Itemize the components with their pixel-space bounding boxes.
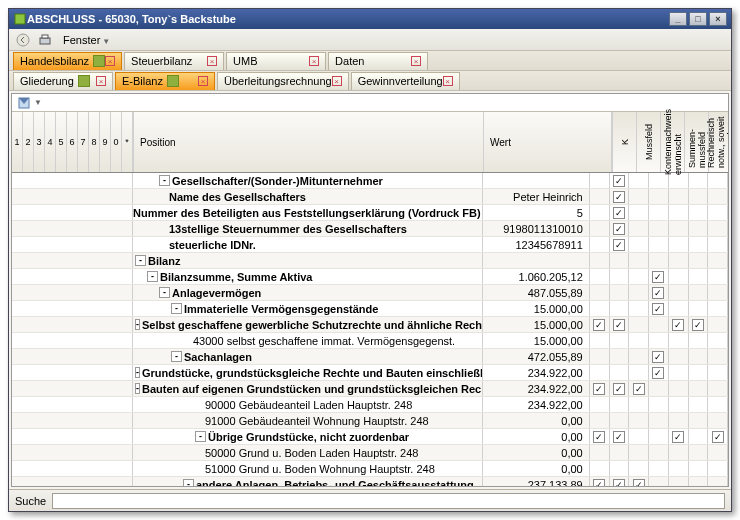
- tab-close-icon[interactable]: ×: [198, 76, 208, 86]
- tab-close-icon[interactable]: ×: [309, 56, 319, 66]
- table-row[interactable]: -Grundstücke, grundstücksgleiche Rechte …: [12, 365, 728, 381]
- chk-muss: [610, 253, 630, 268]
- expand-icon[interactable]: -: [171, 351, 182, 362]
- chevron-down-icon[interactable]: ▼: [34, 98, 42, 107]
- chk-rechner: [669, 237, 689, 252]
- close-button[interactable]: ×: [709, 12, 727, 26]
- wert-cell: 15.000,00: [483, 317, 590, 332]
- chk-k: [590, 205, 610, 220]
- table-row[interactable]: 50000 Grund u. Boden Laden Hauptstr. 248…: [12, 445, 728, 461]
- table-row[interactable]: -Immaterielle Vermögensgegenstände15.000…: [12, 301, 728, 317]
- position-text: 50000 Grund u. Boden Laden Hauptstr. 248: [205, 447, 418, 459]
- minimize-button[interactable]: _: [669, 12, 687, 26]
- chk-rechner: [669, 349, 689, 364]
- num-col-0[interactable]: 0: [111, 112, 122, 172]
- num-col-5[interactable]: 5: [56, 112, 67, 172]
- table-row[interactable]: -andere Anlagen, Betriebs- und Geschäfts…: [12, 477, 728, 486]
- expand-icon[interactable]: -: [135, 319, 140, 330]
- expand-icon[interactable]: -: [171, 303, 182, 314]
- table-row[interactable]: 13stellige Steuernummer des Gesellschaft…: [12, 221, 728, 237]
- table-row[interactable]: -Bilanz: [12, 253, 728, 269]
- tab-label: Überleitungsrechnung: [224, 75, 332, 87]
- num-col-4[interactable]: 4: [45, 112, 56, 172]
- tab-close-icon[interactable]: ×: [96, 76, 106, 86]
- expand-icon[interactable]: -: [135, 255, 146, 266]
- chk-steuerl: [689, 429, 709, 444]
- col-k[interactable]: K: [612, 112, 636, 172]
- col-kontennachweis[interactable]: Kontennachweis erwünscht: [660, 112, 684, 172]
- position-text: Nummer des Beteiligten aus Feststellungs…: [133, 207, 481, 219]
- table-row[interactable]: Name des GesellschaftersPeter Heinrich✓: [12, 189, 728, 205]
- table-row[interactable]: steuerliche IDNr.12345678911✓: [12, 237, 728, 253]
- chk-rechner: [669, 285, 689, 300]
- table-row[interactable]: -Gesellschafter/(Sonder-)Mitunternehmer✓: [12, 173, 728, 189]
- col-wert[interactable]: Wert: [484, 112, 612, 172]
- table-row[interactable]: -Sachanlagen472.055,89✓: [12, 349, 728, 365]
- pin-icon[interactable]: [78, 75, 90, 87]
- num-col-7[interactable]: 7: [78, 112, 89, 172]
- grid-body[interactable]: -Gesellschafter/(Sonder-)Mitunternehmer✓…: [12, 173, 728, 486]
- num-col-8[interactable]: 8: [89, 112, 100, 172]
- checkmark-icon: ✓: [672, 319, 684, 331]
- tab-gliederung[interactable]: Gliederung×: [13, 72, 113, 90]
- tab-close-icon[interactable]: ×: [207, 56, 217, 66]
- tab-label: Gliederung: [20, 75, 74, 87]
- tab-handelsbilanz[interactable]: Handelsbilanz×: [13, 52, 122, 70]
- expand-icon[interactable]: -: [135, 367, 140, 378]
- nav-back-icon[interactable]: [15, 32, 31, 48]
- tab-close-icon[interactable]: ×: [411, 56, 421, 66]
- chk-steuerl: [689, 397, 709, 412]
- col-summenmussfeld[interactable]: Summen- mussfeld: [684, 112, 708, 172]
- tab-steuerbilanz[interactable]: Steuerbilanz×: [124, 52, 224, 70]
- maximize-button[interactable]: □: [689, 12, 707, 26]
- num-col-6[interactable]: 6: [67, 112, 78, 172]
- table-row[interactable]: Nummer des Beteiligten aus Feststellungs…: [12, 205, 728, 221]
- chk-auffang: [708, 285, 728, 300]
- chk-muss: ✓: [610, 205, 630, 220]
- tab-close-icon[interactable]: ×: [105, 56, 115, 66]
- table-row[interactable]: 51000 Grund u. Boden Wohnung Hauptstr. 2…: [12, 461, 728, 477]
- table-row[interactable]: -Selbst geschaffene gewerbliche Schutzre…: [12, 317, 728, 333]
- tab-umb[interactable]: UMB×: [226, 52, 326, 70]
- table-row[interactable]: 91000 Gebäudeanteil Wohnung Hauptstr. 24…: [12, 413, 728, 429]
- table-row[interactable]: 43000 selbst geschaffene immat. Vermögen…: [12, 333, 728, 349]
- tab-e-bilanz[interactable]: E-Bilanz×: [115, 72, 215, 90]
- col-mussfeld[interactable]: Mussfeld: [636, 112, 660, 172]
- grid-container: ▼ 1234567890* Position Wert K Mussfeld K…: [11, 93, 729, 487]
- table-row[interactable]: -Übrige Grundstücke, nicht zuordenbar0,0…: [12, 429, 728, 445]
- chk-k: [590, 301, 610, 316]
- chk-k: [590, 397, 610, 412]
- col-position[interactable]: Position: [134, 112, 484, 172]
- num-col-9[interactable]: 9: [100, 112, 111, 172]
- expand-icon[interactable]: -: [159, 175, 170, 186]
- expand-icon[interactable]: -: [135, 383, 140, 394]
- table-row[interactable]: 90000 Gebäudeanteil Laden Hauptstr. 2482…: [12, 397, 728, 413]
- tab-gewinnverteilung[interactable]: Gewinnverteilung×: [351, 72, 460, 90]
- table-row[interactable]: -Anlagevermögen487.055,89✓: [12, 285, 728, 301]
- chk-steuerl: [689, 221, 709, 236]
- num-col-1[interactable]: 1: [12, 112, 23, 172]
- col-rechnerisch[interactable]: Rechnerisch notw., soweit erwünscht: [708, 112, 729, 172]
- search-input[interactable]: [52, 493, 725, 509]
- expand-icon[interactable]: -: [147, 271, 158, 282]
- expand-icon[interactable]: -: [195, 431, 206, 442]
- pin-icon[interactable]: [93, 55, 105, 67]
- tab-close-icon[interactable]: ×: [443, 76, 453, 86]
- checkmark-icon: ✓: [613, 223, 625, 235]
- tab-überleitungsrechnung[interactable]: Überleitungsrechnung×: [217, 72, 349, 90]
- expand-icon[interactable]: -: [159, 287, 170, 298]
- print-icon[interactable]: [37, 32, 53, 48]
- tab-daten[interactable]: Daten×: [328, 52, 428, 70]
- filter-icon[interactable]: [16, 95, 32, 111]
- wert-cell: 15.000,00: [483, 333, 590, 348]
- chk-k: [590, 285, 610, 300]
- num-col-3[interactable]: 3: [34, 112, 45, 172]
- expand-icon[interactable]: -: [183, 479, 194, 486]
- table-row[interactable]: -Bauten auf eigenen Grundstücken und gru…: [12, 381, 728, 397]
- menu-fenster[interactable]: Fenster▼: [59, 32, 114, 48]
- tab-close-icon[interactable]: ×: [332, 76, 342, 86]
- pin-icon[interactable]: [167, 75, 179, 87]
- table-row[interactable]: -Bilanzsumme, Summe Aktiva1.060.205,12✓: [12, 269, 728, 285]
- num-col-*[interactable]: *: [122, 112, 133, 172]
- num-col-2[interactable]: 2: [23, 112, 34, 172]
